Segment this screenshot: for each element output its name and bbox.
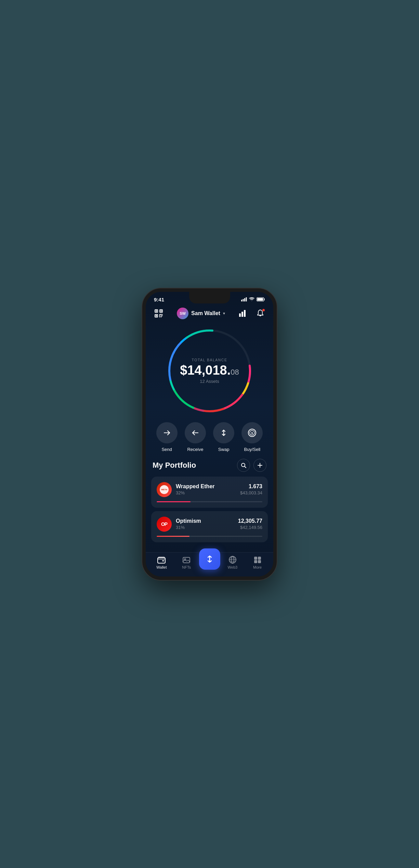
svg-rect-1 <box>243 299 244 301</box>
status-time: 9:41 <box>154 297 164 302</box>
nav-web3[interactable]: Web3 <box>220 556 245 569</box>
asset-card-op[interactable]: OP Optimism 31% 12,305.77 $42,149.56 <box>151 511 268 542</box>
svg-rect-19 <box>244 310 246 317</box>
buysell-icon: $ <box>247 428 257 438</box>
weth-row: WETH Wrapped Ether 32% 1.673 $43,003.34 <box>157 482 262 497</box>
receive-action[interactable]: Receive <box>185 422 206 452</box>
svg-rect-53 <box>254 560 257 563</box>
weth-info: Wrapped Ether 32% <box>176 483 236 495</box>
portfolio-section: My Portfolio <box>146 459 273 552</box>
svg-line-38 <box>245 466 246 468</box>
assets-count: 12 Assets <box>180 379 239 384</box>
receive-label: Receive <box>187 447 203 452</box>
nav-more[interactable]: More <box>245 556 270 569</box>
svg-rect-2 <box>244 298 245 302</box>
more-icon <box>253 556 262 564</box>
portfolio-add-button[interactable] <box>253 459 266 472</box>
weth-bar-fill <box>157 501 191 502</box>
nav-nfts[interactable]: NFTs <box>174 556 199 569</box>
op-amount: 12,305.77 <box>238 518 262 524</box>
weth-amount: 1.673 <box>240 483 262 490</box>
nav-swap-center[interactable] <box>199 548 220 570</box>
weth-name: Wrapped Ether <box>176 483 236 490</box>
op-name: Optimism <box>176 518 234 524</box>
svg-rect-43 <box>183 557 190 563</box>
op-values: 12,305.77 $42,149.56 <box>238 518 262 530</box>
weth-pct: 32% <box>176 490 236 495</box>
plus-icon <box>257 463 263 468</box>
signal-icon <box>241 297 247 301</box>
phone-frame: 9:41 <box>142 288 277 580</box>
nav-wallet-icon <box>157 556 166 564</box>
svg-rect-54 <box>258 560 261 563</box>
op-bar-fill <box>157 536 189 537</box>
op-info: Optimism 31% <box>176 518 234 530</box>
op-logo: OP <box>157 517 172 532</box>
nav-web3-label: Web3 <box>228 565 238 569</box>
op-bar <box>157 536 262 537</box>
buysell-label: Buy/Sell <box>244 447 261 452</box>
balance-amount: $14,018.08 <box>180 363 239 377</box>
svg-rect-3 <box>246 297 247 301</box>
wallet-selector[interactable]: SW Sam Wallet ▾ <box>177 308 225 319</box>
receive-circle <box>185 422 206 443</box>
weth-values: 1.673 $43,003.34 <box>240 483 262 495</box>
header: SW Sam Wallet ▾ <box>146 305 273 323</box>
swap-center-icon <box>205 554 215 564</box>
send-icon <box>163 429 171 437</box>
wallet-icon <box>157 556 166 563</box>
nav-nfts-label: NFTs <box>182 565 191 569</box>
chart-button[interactable] <box>237 307 249 320</box>
swap-label: Swap <box>218 447 230 452</box>
svg-text:$: $ <box>251 431 253 435</box>
send-label: Send <box>161 447 172 452</box>
portfolio-search-button[interactable] <box>237 459 250 472</box>
portfolio-header: My Portfolio <box>151 459 268 472</box>
screen: 9:41 <box>146 292 273 576</box>
actions-row: Send Receive <box>146 422 273 459</box>
balance-cents: 08 <box>231 368 239 376</box>
avatar: SW <box>177 308 188 319</box>
svg-rect-42 <box>162 560 164 561</box>
web3-icon <box>228 556 237 564</box>
weth-bar <box>157 501 262 502</box>
header-right <box>237 307 266 320</box>
op-pct: 31% <box>176 525 234 530</box>
balance-circle-container: TOTAL BALANCE $14,018.08 12 Assets <box>165 326 254 415</box>
scan-button[interactable] <box>153 307 165 320</box>
nav-wallet[interactable]: Wallet <box>149 556 174 569</box>
swap-circle <box>213 422 234 443</box>
balance-section: TOTAL BALANCE $14,018.08 12 Assets <box>146 323 273 422</box>
nfts-icon <box>182 556 191 563</box>
balance-label: TOTAL BALANCE <box>180 358 239 362</box>
send-action[interactable]: Send <box>156 422 178 452</box>
svg-rect-16 <box>156 315 157 316</box>
balance-center: TOTAL BALANCE $14,018.08 12 Assets <box>180 358 239 384</box>
svg-rect-18 <box>241 312 243 317</box>
swap-icon <box>220 429 228 437</box>
svg-rect-52 <box>258 557 261 560</box>
chevron-down-icon: ▾ <box>223 311 225 316</box>
svg-rect-51 <box>254 557 257 560</box>
nav-more-icon <box>253 556 262 564</box>
notification-dot <box>262 309 265 312</box>
wallet-name: Sam Wallet <box>191 310 220 316</box>
nav-more-label: More <box>253 565 262 569</box>
svg-rect-14 <box>156 310 157 312</box>
buysell-action[interactable]: $ Buy/Sell <box>241 422 263 452</box>
send-circle <box>156 422 178 443</box>
nav-web3-icon <box>228 556 237 564</box>
balance-main: $14,018. <box>180 363 231 377</box>
weth-usd: $43,003.34 <box>240 490 262 495</box>
nav-wallet-label: Wallet <box>156 565 167 569</box>
asset-card-weth[interactable]: WETH Wrapped Ether 32% 1.673 $43,003.34 <box>151 477 268 508</box>
battery-icon <box>257 297 265 301</box>
scan-icon <box>154 309 163 318</box>
op-usd: $42,149.56 <box>238 525 262 530</box>
notification-button[interactable] <box>254 307 266 320</box>
wifi-icon <box>249 297 254 301</box>
weth-logo: WETH <box>157 482 172 497</box>
swap-action[interactable]: Swap <box>213 422 234 452</box>
portfolio-title: My Portfolio <box>153 461 196 470</box>
svg-rect-0 <box>241 300 242 301</box>
